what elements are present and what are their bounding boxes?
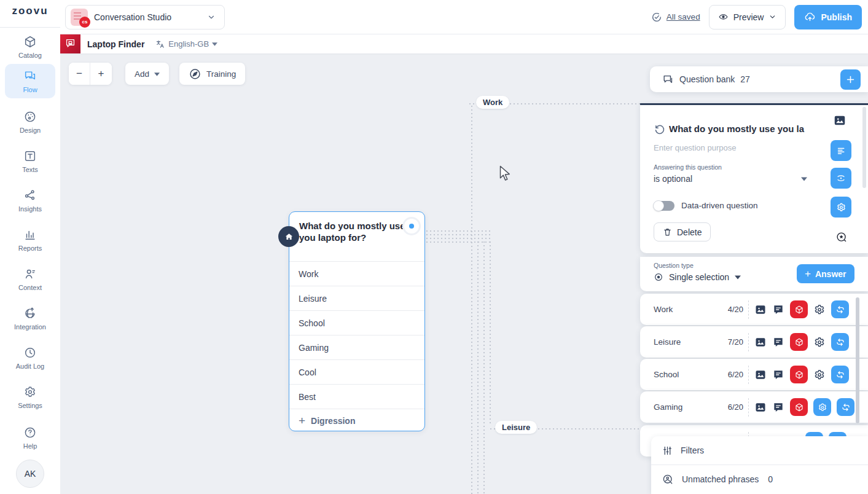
answer-image-icon[interactable] xyxy=(754,401,767,414)
question-node-header[interactable]: What do you mostly use you laptop for? xyxy=(289,212,424,261)
question-node[interactable]: What do you mostly use you laptop for? W… xyxy=(289,211,425,431)
answer-image-icon[interactable] xyxy=(754,336,767,348)
conversation-studio-icon: cs xyxy=(71,9,88,26)
eye-icon xyxy=(718,12,729,22)
sidebar-item-insights[interactable]: Insights xyxy=(5,183,55,218)
sidebar-item-texts[interactable]: Texts xyxy=(5,144,55,178)
add-answer-button[interactable]: + Answer xyxy=(797,264,854,283)
question-logic-button[interactable] xyxy=(831,168,851,189)
filters-label: Filters xyxy=(681,445,704,455)
sidebar-item-help[interactable]: Help xyxy=(5,420,55,455)
sidebar-item-integration[interactable]: Integration xyxy=(5,301,55,335)
answer-row-work[interactable]: Work 4/20 xyxy=(640,294,868,325)
trash-icon xyxy=(663,227,672,237)
sidebar-item-context[interactable]: Context xyxy=(5,262,55,296)
answering-dropdown[interactable]: is optional xyxy=(654,174,692,184)
sidebar-item-settings[interactable]: Settings xyxy=(5,380,55,414)
question-bank-count: 27 xyxy=(740,74,750,84)
language-selector[interactable]: English-GB xyxy=(155,39,217,49)
sidebar-item-audit-log[interactable]: Audit Log xyxy=(5,340,55,375)
answer-row-gaming[interactable]: Gaming 6/20 xyxy=(640,391,868,423)
filters-panel: Filters Unmatched phrases 0 xyxy=(651,436,868,494)
answer-product-mapping-button[interactable] xyxy=(790,300,808,318)
delete-question-button[interactable]: Delete xyxy=(654,222,711,241)
answer-comment-icon[interactable] xyxy=(772,369,784,381)
edge-label-leisure[interactable]: Leisure xyxy=(495,421,537,434)
answers-scrollbar[interactable] xyxy=(856,297,859,423)
digression-label: Digression xyxy=(311,416,355,426)
user-avatar[interactable]: AK xyxy=(16,460,44,488)
answer-sync-button[interactable] xyxy=(837,398,854,416)
answer-label: School xyxy=(654,370,721,379)
preview-button[interactable]: Preview xyxy=(709,5,786,29)
add-question-button[interactable] xyxy=(840,69,861,90)
answer-sync-button[interactable] xyxy=(831,366,849,383)
question-text-settings-button[interactable] xyxy=(831,140,851,161)
answer-settings-icon[interactable] xyxy=(813,336,826,348)
sidebar-item-design[interactable]: Design xyxy=(5,104,55,139)
question-purpose-input[interactable] xyxy=(654,143,807,152)
answer-sync-button[interactable] xyxy=(831,300,849,318)
answer-product-mapping-button[interactable] xyxy=(790,333,808,351)
sidebar-item-label: Audit Log xyxy=(16,363,44,370)
delete-label: Delete xyxy=(677,227,702,237)
node-option-best[interactable]: Best xyxy=(289,384,424,409)
all-saved-status[interactable]: All saved xyxy=(651,12,700,23)
conversation-studio-app: zoovu Catalog Flow Design Texts Insights… xyxy=(0,0,868,494)
sidebar-item-catalog[interactable]: Catalog xyxy=(5,29,55,64)
training-button[interactable]: Training xyxy=(179,63,245,85)
answer-product-mapping-button[interactable] xyxy=(790,366,808,383)
sidebar-item-label: Design xyxy=(20,127,41,134)
question-bank-header: Question bank 27 xyxy=(650,66,868,92)
app-selector[interactable]: cs Conversation Studio xyxy=(65,5,225,29)
add-digression-button[interactable]: + Digression xyxy=(289,409,424,432)
question-details-card: What do you mostly use you la Answering … xyxy=(640,103,868,253)
featured-search-icon[interactable] xyxy=(835,231,848,243)
edge-label-work[interactable]: Work xyxy=(476,96,509,109)
answer-row-school[interactable]: School 6/20 xyxy=(640,359,868,390)
question-type-dropdown[interactable]: Single selection xyxy=(654,272,741,282)
back-arrow-icon[interactable] xyxy=(654,123,666,135)
answer-product-mapping-button[interactable] xyxy=(790,398,808,416)
logo-divider xyxy=(0,27,60,28)
publish-button[interactable]: Publish xyxy=(794,5,862,29)
answer-row-leisure[interactable]: Leisure 7/20 xyxy=(640,326,868,358)
unmatched-phrases-button[interactable]: Unmatched phrases 0 xyxy=(651,465,868,493)
answer-image-icon[interactable] xyxy=(754,369,767,381)
zoom-in-button[interactable]: + xyxy=(90,63,112,85)
node-option-work[interactable]: Work xyxy=(289,261,424,286)
sidebar-item-label: Reports xyxy=(18,245,42,252)
all-saved-label: All saved xyxy=(667,12,700,22)
sidebar-item-flow[interactable]: Flow xyxy=(5,64,55,98)
node-option-school[interactable]: School xyxy=(289,310,424,335)
sidebar-item-label: Settings xyxy=(18,402,42,409)
answer-comment-icon[interactable] xyxy=(772,304,784,316)
mouse-cursor xyxy=(498,165,511,183)
question-settings-button[interactable] xyxy=(831,197,851,218)
answer-settings-button[interactable] xyxy=(813,398,831,416)
answer-comment-icon[interactable] xyxy=(772,336,784,348)
connector-band-4 xyxy=(426,241,491,243)
filters-icon xyxy=(662,445,673,456)
node-selected-radio[interactable] xyxy=(404,219,419,233)
panel-scrollbar[interactable] xyxy=(862,107,866,188)
zoom-out-button[interactable]: − xyxy=(69,63,90,85)
data-driven-toggle[interactable] xyxy=(654,201,674,211)
add-button[interactable]: Add xyxy=(125,63,169,85)
answer-settings-icon[interactable] xyxy=(813,304,826,316)
answering-label: Answering this question xyxy=(654,163,722,171)
filters-button[interactable]: Filters xyxy=(651,436,868,465)
answer-image-icon[interactable] xyxy=(754,304,767,316)
answer-settings-icon[interactable] xyxy=(813,369,826,381)
answer-sync-button[interactable] xyxy=(831,333,849,351)
sidebar-item-label: Flow xyxy=(23,86,37,93)
question-image-icon[interactable] xyxy=(833,114,846,127)
node-option-gaming[interactable]: Gaming xyxy=(289,335,424,359)
answer-comment-icon[interactable] xyxy=(772,401,784,414)
node-option-leisure[interactable]: Leisure xyxy=(289,286,424,310)
sidebar-item-reports[interactable]: Reports xyxy=(5,222,55,257)
sidebar: zoovu Catalog Flow Design Texts Insights… xyxy=(0,0,60,494)
answer-label: Work xyxy=(654,305,721,314)
node-option-cool[interactable]: Cool xyxy=(289,359,424,384)
palette-icon xyxy=(23,110,37,124)
